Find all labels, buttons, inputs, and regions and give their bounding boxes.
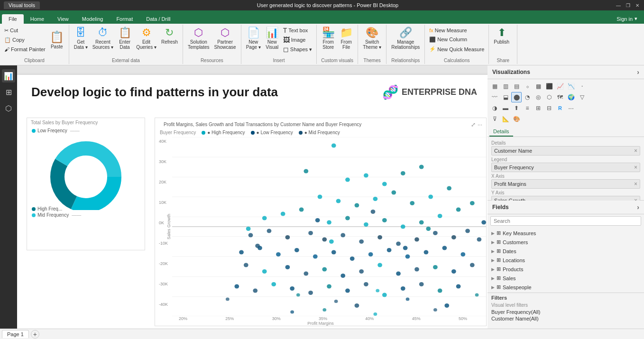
viz-column-btn[interactable]: ⬦ [522, 81, 533, 92]
x-axis-value[interactable]: Profit Margins × [491, 179, 640, 189]
viz-filled-map-btn[interactable]: 🌍 [566, 92, 576, 102]
field-item-dates[interactable]: ▶ ⊞ Dates [488, 247, 643, 256]
close-button[interactable]: ✕ [635, 2, 640, 8]
viz-100-bar-btn[interactable]: ▤ [511, 81, 522, 92]
scatter-legend-low: ● Low Frequency [251, 130, 293, 135]
donut-chart[interactable]: Total Sales by Buyer Frequency Low Freqe… [27, 118, 145, 250]
new-column-button[interactable]: ⬛ New Column [428, 36, 486, 43]
viz-filter-btn[interactable]: ⊽ [489, 114, 500, 124]
expand-icon[interactable]: ▶ [491, 240, 495, 245]
svg-point-94 [246, 227, 251, 231]
minimize-button[interactable]: — [616, 2, 621, 8]
field-item-sales[interactable]: ▶ ⊞ Sales [488, 274, 643, 283]
publish-button[interactable]: ⬆ Publish [492, 26, 511, 46]
viz-kpi-btn[interactable]: ⬆ [511, 103, 522, 113]
field-item-locations[interactable]: ▶ ⊞ Locations [488, 256, 643, 265]
get-data-button[interactable]: 🗄 GetData ▾ [72, 26, 90, 51]
viz-table-btn[interactable]: ⊞ [533, 103, 543, 113]
shapes-button[interactable]: ◻ Shapes ▾ [282, 45, 313, 54]
new-measure-button[interactable]: fx New Measure [428, 27, 486, 34]
sign-in-button[interactable]: Sign in ▾ [612, 14, 642, 24]
new-quick-measure-button[interactable]: ⚡ New Quick Measure [428, 46, 486, 53]
tab-modeling[interactable]: Modeling [75, 14, 110, 24]
tab-data-drill[interactable]: Data / Drill [139, 14, 177, 24]
viz-card-btn[interactable]: ▬ [500, 103, 511, 113]
viz-area-btn[interactable]: 📉 [566, 81, 576, 92]
legend-value[interactable]: Buyer Frequency × [491, 163, 640, 172]
tab-file[interactable]: File [2, 14, 24, 24]
viz-gauge-btn[interactable]: ◑ [489, 103, 500, 113]
details-value[interactable]: Customer Name × [491, 146, 640, 156]
partner-showcase-button[interactable]: ⬡ PartnerShowcase [212, 26, 238, 51]
viz-scatter-btn active[interactable]: ⬤ [511, 92, 522, 102]
expand-icon[interactable]: ▶ [491, 276, 495, 281]
text-box-button[interactable]: T Text box [282, 26, 313, 35]
format-painter-button[interactable]: 🖌 Format Painter [3, 46, 47, 53]
viz-funnel-btn[interactable]: ▽ [577, 92, 587, 102]
edit-queries-button[interactable]: ⚙ EditQueries ▾ [134, 26, 158, 51]
field-item-products[interactable]: ▶ ⊞ Products [488, 265, 643, 274]
viz-slicer-btn[interactable]: ≡ [522, 103, 533, 113]
tab-details[interactable]: Details [489, 127, 513, 137]
details-remove-btn[interactable]: × [634, 147, 637, 154]
viz-analytics-btn[interactable]: 📐 [500, 114, 511, 124]
viz-panel-expand-icon[interactable]: › [637, 68, 639, 76]
image-button[interactable]: 🖼 Image [282, 36, 313, 44]
expand-icon[interactable]: ▶ [491, 285, 495, 290]
viz-bar-chart-btn[interactable]: ▦ [489, 81, 500, 92]
filter-customer-name[interactable]: Customer Name(All) [491, 315, 640, 322]
viz-pie-btn[interactable]: ◔ [522, 92, 533, 102]
field-item-key-measures[interactable]: ▶ ⊞ Key Measures [488, 229, 643, 238]
enter-data-button[interactable]: 📋 EnterData [116, 26, 133, 51]
page-tab-1[interactable]: Page 1 [2, 330, 29, 338]
viz-100-col-btn[interactable]: ⬛ [544, 81, 554, 92]
switch-theme-button[interactable]: 🎨 SwitchTheme ▾ [361, 26, 383, 51]
refresh-button[interactable]: ↻ Refresh [159, 26, 180, 46]
expand-icon[interactable]: ▶ [491, 267, 495, 272]
viz-r-btn[interactable]: R [555, 103, 565, 113]
viz-treemap-btn[interactable]: ⬡ [544, 92, 554, 102]
recent-sources-button[interactable]: ⏱ RecentSources ▾ [91, 26, 115, 51]
copy-button[interactable]: 📋 Copy [3, 37, 47, 44]
new-visual-button[interactable]: 📊 NewVisual [264, 26, 281, 51]
field-item-customers[interactable]: ▶ ⊞ Customers [488, 238, 643, 247]
fields-panel-expand-icon[interactable]: › [637, 203, 639, 211]
nav-data-icon[interactable]: ⊞ [2, 85, 15, 99]
from-store-button[interactable]: 🏪 FromStore [320, 26, 337, 51]
viz-matrix-btn[interactable]: ⊟ [544, 103, 554, 113]
scatter-options-icon[interactable]: ··· [478, 121, 482, 128]
tab-home[interactable]: Home [24, 14, 51, 24]
viz-waterfall-btn[interactable]: ⬓ [500, 92, 511, 102]
viz-line-col-btn[interactable]: ⬝ [577, 81, 587, 92]
viz-donut-btn[interactable]: ◎ [533, 92, 543, 102]
cut-button[interactable]: ✂ Cut [3, 27, 47, 34]
manage-relationships-button[interactable]: 🔗 ManageRelationships [389, 26, 422, 51]
solution-templates-button[interactable]: ⬡ SolutionTemplates [186, 26, 212, 51]
field-item-salespeople[interactable]: ▶ ⊞ Salespeople [488, 283, 643, 292]
expand-icon[interactable]: ▶ [491, 258, 495, 263]
new-page-button[interactable]: 📄 NewPage ▾ [244, 26, 263, 51]
viz-line-btn[interactable]: 📈 [555, 81, 565, 92]
tab-format[interactable]: Format [110, 14, 139, 24]
nav-model-icon[interactable]: ⬡ [2, 101, 15, 115]
viz-format-btn[interactable]: 🎨 [511, 114, 522, 124]
from-file-button[interactable]: 📁 FromFile [338, 26, 355, 51]
viz-map-btn[interactable]: 🗺 [555, 92, 565, 102]
legend-remove-btn[interactable]: × [634, 164, 637, 171]
scatter-chart[interactable]: Profit Margins, Sales Growth and Total T… [155, 118, 487, 326]
nav-report-icon[interactable]: 📊 [2, 69, 15, 82]
tab-view[interactable]: View [51, 14, 75, 24]
expand-icon[interactable]: ▶ [491, 249, 495, 254]
expand-icon[interactable]: ▶ [491, 231, 495, 236]
add-page-button[interactable]: + [31, 330, 39, 339]
x-axis-remove-btn[interactable]: × [634, 181, 637, 187]
viz-stacked-bar-btn[interactable]: ▥ [500, 81, 511, 92]
viz-stacked-col-btn[interactable]: ▩ [533, 81, 543, 92]
filter-buyer-frequency[interactable]: Buyer Frequency(All) [491, 309, 640, 315]
paste-button[interactable]: 📋 Paste [48, 26, 66, 54]
scatter-resize-icon[interactable]: ⤢ [471, 121, 476, 128]
fields-search-input[interactable] [490, 216, 641, 226]
restore-button[interactable]: ❐ [625, 2, 631, 8]
viz-ribbon-btn[interactable]: 〰 [489, 92, 500, 102]
viz-more-btn[interactable]: ··· [566, 103, 576, 113]
